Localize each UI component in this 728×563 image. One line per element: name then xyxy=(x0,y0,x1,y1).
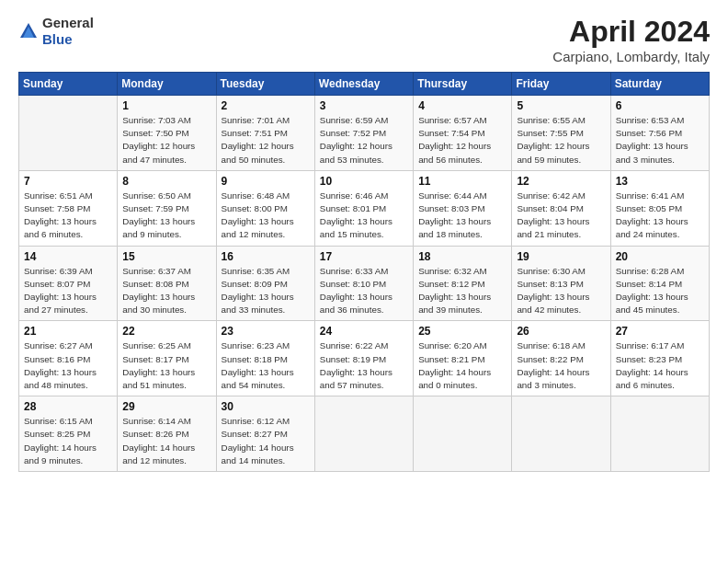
day-number: 28 xyxy=(24,400,112,413)
day-number: 19 xyxy=(517,250,605,263)
day-number: 7 xyxy=(24,175,112,188)
day-number: 13 xyxy=(616,175,704,188)
logo-text: General Blue xyxy=(42,15,94,48)
header-thursday: Thursday xyxy=(414,73,512,96)
day-info: Sunrise: 6:51 AM Sunset: 7:58 PM Dayligh… xyxy=(24,190,112,242)
title-block: April 2024 Carpiano, Lombardy, Italy xyxy=(552,15,710,64)
header-sunday: Sunday xyxy=(19,73,118,96)
day-number: 29 xyxy=(122,400,210,413)
calendar-cell: 6Sunrise: 6:53 AM Sunset: 7:56 PM Daylig… xyxy=(610,96,709,171)
day-info: Sunrise: 6:28 AM Sunset: 8:14 PM Dayligh… xyxy=(616,265,704,317)
calendar-cell: 24Sunrise: 6:22 AM Sunset: 8:19 PM Dayli… xyxy=(314,321,413,396)
calendar-cell: 15Sunrise: 6:37 AM Sunset: 8:08 PM Dayli… xyxy=(118,246,216,321)
day-number: 30 xyxy=(222,400,310,413)
day-number: 18 xyxy=(418,250,506,263)
day-number: 25 xyxy=(418,325,506,338)
logo-icon xyxy=(18,21,39,41)
logo-blue: Blue xyxy=(42,31,73,47)
day-info: Sunrise: 6:25 AM Sunset: 8:17 PM Dayligh… xyxy=(122,339,210,392)
day-info: Sunrise: 6:22 AM Sunset: 8:19 PM Dayligh… xyxy=(320,339,408,392)
calendar-cell: 12Sunrise: 6:42 AM Sunset: 8:04 PM Dayli… xyxy=(512,170,610,246)
calendar-cell: 2Sunrise: 7:01 AM Sunset: 7:51 PM Daylig… xyxy=(216,96,314,171)
day-number: 24 xyxy=(320,325,408,338)
day-number: 20 xyxy=(616,250,704,263)
day-number: 3 xyxy=(320,99,408,112)
weekday-header-row: Sunday Monday Tuesday Wednesday Thursday… xyxy=(19,73,710,96)
week-row-1: 1Sunrise: 7:03 AM Sunset: 7:50 PM Daylig… xyxy=(19,96,710,171)
calendar-cell: 7Sunrise: 6:51 AM Sunset: 7:58 PM Daylig… xyxy=(19,170,118,246)
day-number: 15 xyxy=(122,250,210,263)
calendar-cell: 18Sunrise: 6:32 AM Sunset: 8:12 PM Dayli… xyxy=(414,246,512,321)
day-info: Sunrise: 6:42 AM Sunset: 8:04 PM Dayligh… xyxy=(517,190,605,242)
day-number: 23 xyxy=(222,325,310,338)
day-info: Sunrise: 6:44 AM Sunset: 8:03 PM Dayligh… xyxy=(418,190,506,242)
day-number: 21 xyxy=(24,325,112,338)
day-number: 11 xyxy=(418,175,506,188)
week-row-4: 21Sunrise: 6:27 AM Sunset: 8:16 PM Dayli… xyxy=(19,321,710,396)
calendar-cell xyxy=(314,396,413,472)
calendar-cell: 20Sunrise: 6:28 AM Sunset: 8:14 PM Dayli… xyxy=(610,246,709,321)
day-info: Sunrise: 7:01 AM Sunset: 7:51 PM Dayligh… xyxy=(222,114,310,167)
week-row-5: 28Sunrise: 6:15 AM Sunset: 8:25 PM Dayli… xyxy=(19,396,710,472)
day-number: 14 xyxy=(24,250,112,263)
day-info: Sunrise: 6:35 AM Sunset: 8:09 PM Dayligh… xyxy=(222,265,310,317)
day-info: Sunrise: 6:57 AM Sunset: 7:54 PM Dayligh… xyxy=(418,114,506,167)
day-info: Sunrise: 6:50 AM Sunset: 7:59 PM Dayligh… xyxy=(122,190,210,242)
calendar-cell: 11Sunrise: 6:44 AM Sunset: 8:03 PM Dayli… xyxy=(414,170,512,246)
day-number: 8 xyxy=(122,175,210,188)
day-number: 26 xyxy=(517,325,605,338)
day-info: Sunrise: 6:18 AM Sunset: 8:22 PM Dayligh… xyxy=(517,339,605,392)
day-number: 4 xyxy=(418,99,506,112)
day-number: 10 xyxy=(320,175,408,188)
calendar-cell: 10Sunrise: 6:46 AM Sunset: 8:01 PM Dayli… xyxy=(314,170,413,246)
calendar-cell xyxy=(610,396,709,472)
calendar-cell: 29Sunrise: 6:14 AM Sunset: 8:26 PM Dayli… xyxy=(118,396,216,472)
day-number: 22 xyxy=(122,325,210,338)
header-tuesday: Tuesday xyxy=(216,73,314,96)
calendar-cell: 27Sunrise: 6:17 AM Sunset: 8:23 PM Dayli… xyxy=(610,321,709,396)
calendar-cell xyxy=(19,96,118,171)
calendar-cell: 25Sunrise: 6:20 AM Sunset: 8:21 PM Dayli… xyxy=(414,321,512,396)
calendar-cell: 22Sunrise: 6:25 AM Sunset: 8:17 PM Dayli… xyxy=(118,321,216,396)
calendar-cell: 28Sunrise: 6:15 AM Sunset: 8:25 PM Dayli… xyxy=(19,396,118,472)
day-info: Sunrise: 6:48 AM Sunset: 8:00 PM Dayligh… xyxy=(222,190,310,242)
day-info: Sunrise: 6:12 AM Sunset: 8:27 PM Dayligh… xyxy=(222,415,310,467)
calendar-cell: 17Sunrise: 6:33 AM Sunset: 8:10 PM Dayli… xyxy=(314,246,413,321)
calendar-cell: 9Sunrise: 6:48 AM Sunset: 8:00 PM Daylig… xyxy=(216,170,314,246)
logo: General Blue xyxy=(18,15,94,48)
calendar-cell: 8Sunrise: 6:50 AM Sunset: 7:59 PM Daylig… xyxy=(118,170,216,246)
day-number: 6 xyxy=(616,99,704,112)
day-info: Sunrise: 6:27 AM Sunset: 8:16 PM Dayligh… xyxy=(24,339,112,392)
calendar-cell: 30Sunrise: 6:12 AM Sunset: 8:27 PM Dayli… xyxy=(216,396,314,472)
calendar-cell: 4Sunrise: 6:57 AM Sunset: 7:54 PM Daylig… xyxy=(414,96,512,171)
day-info: Sunrise: 7:03 AM Sunset: 7:50 PM Dayligh… xyxy=(122,114,210,167)
day-number: 17 xyxy=(320,250,408,263)
calendar-cell xyxy=(414,396,512,472)
day-info: Sunrise: 6:53 AM Sunset: 7:56 PM Dayligh… xyxy=(616,114,704,167)
day-info: Sunrise: 6:41 AM Sunset: 8:05 PM Dayligh… xyxy=(616,190,704,242)
day-info: Sunrise: 6:55 AM Sunset: 7:55 PM Dayligh… xyxy=(517,114,605,167)
day-info: Sunrise: 6:23 AM Sunset: 8:18 PM Dayligh… xyxy=(222,339,310,392)
main-container: General Blue April 2024 Carpiano, Lombar… xyxy=(0,0,728,481)
day-number: 5 xyxy=(517,99,605,112)
day-number: 9 xyxy=(222,175,310,188)
calendar-cell: 1Sunrise: 7:03 AM Sunset: 7:50 PM Daylig… xyxy=(118,96,216,171)
calendar-cell: 16Sunrise: 6:35 AM Sunset: 8:09 PM Dayli… xyxy=(216,246,314,321)
day-info: Sunrise: 6:59 AM Sunset: 7:52 PM Dayligh… xyxy=(320,114,408,167)
week-row-2: 7Sunrise: 6:51 AM Sunset: 7:58 PM Daylig… xyxy=(19,170,710,246)
day-info: Sunrise: 6:15 AM Sunset: 8:25 PM Dayligh… xyxy=(24,415,112,467)
day-number: 2 xyxy=(222,99,310,112)
calendar-cell: 23Sunrise: 6:23 AM Sunset: 8:18 PM Dayli… xyxy=(216,321,314,396)
day-info: Sunrise: 6:39 AM Sunset: 8:07 PM Dayligh… xyxy=(24,265,112,317)
week-row-3: 14Sunrise: 6:39 AM Sunset: 8:07 PM Dayli… xyxy=(19,246,710,321)
day-info: Sunrise: 6:37 AM Sunset: 8:08 PM Dayligh… xyxy=(122,265,210,317)
day-info: Sunrise: 6:14 AM Sunset: 8:26 PM Dayligh… xyxy=(122,415,210,467)
header-wednesday: Wednesday xyxy=(314,73,413,96)
day-info: Sunrise: 6:32 AM Sunset: 8:12 PM Dayligh… xyxy=(418,265,506,317)
day-info: Sunrise: 6:33 AM Sunset: 8:10 PM Dayligh… xyxy=(320,265,408,317)
header-row: General Blue April 2024 Carpiano, Lombar… xyxy=(18,15,710,64)
calendar-cell: 14Sunrise: 6:39 AM Sunset: 8:07 PM Dayli… xyxy=(19,246,118,321)
calendar-table: Sunday Monday Tuesday Wednesday Thursday… xyxy=(18,72,710,472)
calendar-cell: 13Sunrise: 6:41 AM Sunset: 8:05 PM Dayli… xyxy=(610,170,709,246)
header-friday: Friday xyxy=(512,73,610,96)
